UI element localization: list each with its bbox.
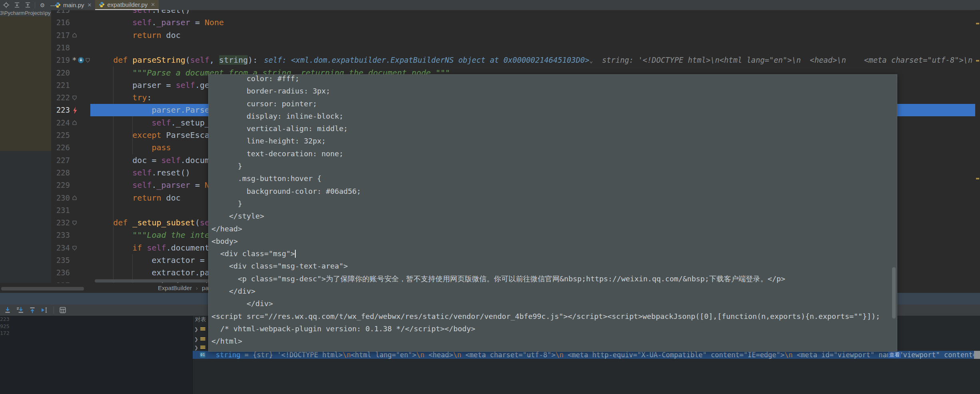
code-line-217: 217 return doc	[51, 29, 980, 42]
locate-icon[interactable]	[2, 2, 10, 9]
variable-value: string = {str} '<!DOCTYPE html>\n<html l…	[216, 351, 980, 359]
variable-icon: 01	[200, 352, 205, 358]
editor-scrollbar-stripe[interactable]	[975, 10, 980, 283]
frame-value: 925	[0, 323, 192, 330]
settings-gear-icon[interactable]: ⚙	[39, 2, 46, 9]
fold-marker-icon[interactable]	[72, 245, 77, 251]
code-line-215: 215 self.reset()	[51, 10, 980, 16]
toolbar-separator	[54, 306, 54, 314]
left-panel-scrollbar[interactable]	[1, 287, 84, 291]
popup-scrollbar[interactable]	[892, 267, 896, 318]
fold-marker-icon[interactable]	[72, 95, 77, 100]
fold-marker-icon[interactable]	[85, 58, 90, 63]
tool-window-toolbar: ⚙ —	[1, 0, 58, 10]
list-variable-icon	[200, 327, 205, 332]
fold-marker-icon[interactable]	[72, 220, 77, 225]
tree-row[interactable]: ❯	[194, 344, 205, 351]
step-target-icon[interactable]	[78, 57, 84, 64]
frame-value: 172	[0, 330, 192, 337]
run-to-cursor-icon[interactable]	[41, 306, 48, 314]
left-tool-window: 3\PycharmProjects\py	[0, 10, 51, 283]
tab-expatbuilder-py[interactable]: expatbuilder.py ✕	[95, 0, 159, 10]
tab-main-py[interactable]: main.py ✕	[51, 0, 95, 10]
code-line-216: 216 self._parser = None	[51, 16, 980, 29]
left-panel-block	[0, 16, 51, 151]
breadcrumb-class[interactable]: ExpatBuilder	[158, 283, 192, 293]
list-variable-icon	[200, 337, 205, 342]
pycharm-window: ⚙ — main.py ✕ expatbuilder.py ✕ 3\Pychar…	[0, 0, 980, 394]
step-into-my-code-icon[interactable]	[16, 306, 24, 314]
python-file-icon	[99, 2, 105, 8]
chevron-expand-icon[interactable]: ❯	[194, 336, 198, 342]
scrollbar-corner	[974, 351, 980, 359]
stripe-mark	[976, 60, 979, 62]
step-into-icon[interactable]	[4, 306, 11, 314]
tree-row[interactable]: ❯	[194, 336, 205, 343]
value-viewer-popup[interactable]: color: #fff; border-radius: 3px; cursor:…	[208, 74, 897, 352]
expand-all-icon[interactable]	[13, 2, 20, 9]
fold-marker-icon[interactable]	[72, 33, 77, 38]
stripe-mark	[976, 23, 979, 24]
project-path-label: 3\PycharmProjects\py	[0, 10, 51, 16]
close-icon[interactable]: ✕	[88, 2, 92, 8]
code-line-219: 219* def parseString(self, string):self:…	[51, 54, 980, 66]
chevron-expand-icon[interactable]: ❯	[194, 345, 198, 350]
code-line-218: 218	[51, 42, 980, 54]
toolbar-separator	[35, 2, 35, 8]
tab-label: expatbuilder.py	[107, 1, 147, 8]
top-bar: ⚙ — main.py ✕ expatbuilder.py ✕	[0, 0, 980, 10]
editor-tabs: main.py ✕ expatbuilder.py ✕	[51, 0, 159, 10]
chevron-expand-icon[interactable]: ❯	[194, 326, 198, 332]
chevron-right-icon: ›	[196, 283, 198, 293]
selected-variable-row[interactable]: 01 string = {str} '<!DOCTYPE html>\n<htm…	[193, 351, 980, 359]
python-file-icon	[55, 2, 61, 8]
popup-content: color: #fff; border-radius: 3px; cursor:…	[209, 74, 897, 348]
list-variable-icon	[200, 345, 205, 350]
breakpoint-bolt-icon[interactable]	[72, 107, 78, 114]
frames-panel[interactable]: 223 925 172	[0, 316, 192, 394]
step-out-icon[interactable]	[29, 306, 36, 314]
frame-value: 223	[0, 316, 192, 323]
horizontal-scrollbar[interactable]	[95, 279, 225, 283]
fold-marker-icon[interactable]	[72, 195, 77, 201]
close-icon[interactable]: ✕	[151, 2, 155, 8]
fold-marker-icon[interactable]	[72, 120, 77, 125]
table-view-icon[interactable]	[59, 306, 66, 314]
star-icon: *	[72, 54, 77, 66]
stripe-mark	[976, 178, 979, 179]
collapse-all-icon[interactable]	[24, 2, 31, 9]
tab-label: main.py	[63, 2, 84, 8]
evaluate-hint-label: 对表	[195, 316, 206, 323]
view-value-link[interactable]: 查看	[888, 352, 901, 358]
tree-row[interactable]: ❯	[194, 326, 205, 333]
